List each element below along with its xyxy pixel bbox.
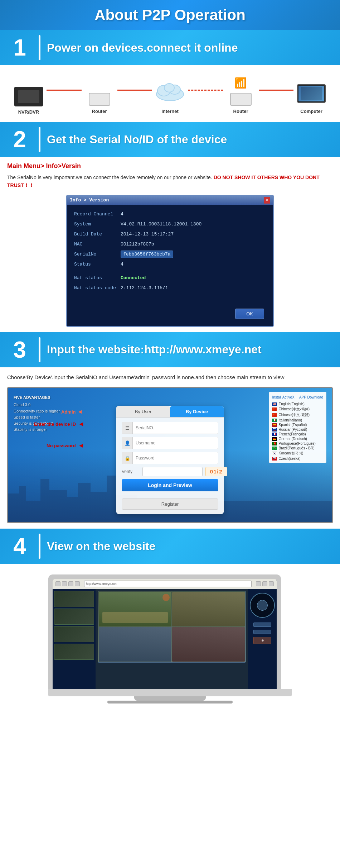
connector-2: [117, 90, 152, 91]
device-router2-label: Router: [233, 109, 248, 114]
ptz-slider-2[interactable]: [253, 630, 271, 634]
connector-4: [259, 90, 294, 91]
step-3-number: 3: [7, 338, 32, 361]
section-4: http://www.xmeye.net: [0, 564, 340, 711]
info-row-4: SerialNo febb3656f763bcb7a: [74, 251, 266, 258]
info-ok-button[interactable]: OK: [235, 309, 264, 319]
toolbar-btn-4[interactable]: [75, 581, 80, 586]
section-1: NVR/DVR 📶 Router Internet: [0, 65, 340, 122]
step-4-label: View on the website: [47, 540, 155, 553]
password-input[interactable]: [133, 454, 218, 462]
cam-view-3: [99, 627, 171, 662]
page-header: About P2P Operation: [0, 0, 340, 30]
info-value-0: 4: [121, 211, 123, 217]
step-1-banner: 1 Power on devices.connect it online: [0, 30, 340, 65]
step-4-banner: 4 View on the website: [0, 529, 340, 564]
info-key-5: Status: [74, 262, 121, 267]
step-divider: [39, 35, 40, 60]
info-row-8: Nat status code 2:112.124.3.115/1: [74, 284, 266, 292]
info-close-button[interactable]: ✕: [264, 197, 270, 204]
section2-description: The SerialNo is very important.we can co…: [7, 173, 333, 190]
tab-by-user[interactable]: By User: [116, 406, 170, 417]
toolbar-btn-2[interactable]: [62, 581, 67, 586]
username-input-row: 👤: [122, 437, 218, 449]
monitor-screen: [298, 86, 324, 101]
menu-path: Main Menu> Info>Versin: [7, 162, 333, 170]
info-titlebar: Info > Version ✕: [67, 196, 273, 205]
toolbar-btn-3[interactable]: [68, 581, 73, 586]
cam-thumb-2: [54, 609, 94, 625]
section-3: Choose'By Device'.input the SerialNO and…: [0, 367, 340, 529]
info-row-0: Record Channel 4: [74, 210, 266, 218]
info-key-1: System: [74, 221, 121, 227]
computer-shape: [296, 84, 327, 106]
step-1-label: Power on devices.connect it online: [47, 41, 238, 54]
ok-btn-container: OK: [74, 305, 266, 321]
password-icon: 🔒: [122, 452, 133, 464]
password-input-row: 🔒: [122, 452, 218, 464]
monitor: [297, 84, 326, 103]
info-row-5: Status 4: [74, 261, 266, 268]
info-key-3: MAC: [74, 242, 121, 247]
laptop-screen: http://www.xmeye.net: [53, 579, 277, 689]
verify-input[interactable]: [142, 467, 203, 476]
cam-view-4: [172, 627, 245, 662]
laptop-container: http://www.xmeye.net: [7, 571, 333, 707]
annotation-no-password: No password ◄: [47, 442, 84, 449]
laptop-foot: [107, 701, 233, 704]
section3-description: Choose'By Device'.input the SerialNO and…: [7, 373, 333, 382]
toolbar-btn-1[interactable]: [55, 581, 60, 586]
info-value-5: 4: [121, 262, 123, 267]
info-value-4: febb3656f763bcb7a: [121, 251, 173, 258]
info-key-0: Record Channel: [74, 211, 121, 217]
toolbar-btn-5[interactable]: [256, 581, 261, 586]
laptop-stand: [134, 696, 206, 701]
info-row-3: MAC 001212bf807b: [74, 240, 266, 248]
cloud-svg: [155, 81, 185, 102]
verify-row: Verify 01i2: [122, 467, 218, 476]
camera-view-grid: [98, 591, 246, 662]
device-internet-label: Internet: [161, 109, 179, 114]
laptop-left-sidebar: [53, 589, 96, 689]
info-key-7: Nat status: [74, 275, 121, 281]
info-value-2: 2014-12-13 15:17:27: [121, 232, 174, 237]
toolbar-url[interactable]: http://www.xmeye.net: [84, 581, 252, 587]
annotation-device-id: Enter the device ID ◄: [34, 420, 84, 428]
toolbar-btn-7[interactable]: [269, 581, 274, 586]
info-value-3: 001212bf807b: [121, 242, 154, 247]
website-screenshot: Install ActiveX | APP Download 🇺🇸 Englis…: [7, 387, 333, 523]
info-window-title: Info > Version: [70, 197, 109, 203]
laptop-main-view: [96, 589, 248, 689]
ptz-btn-1[interactable]: ⏺: [253, 637, 271, 644]
laptop-wrapper: http://www.xmeye.net: [48, 574, 292, 704]
laptop-toolbar: http://www.xmeye.net: [53, 579, 277, 589]
toolbar-btn-6[interactable]: [262, 581, 267, 586]
router-body-1: [89, 93, 110, 106]
username-input[interactable]: [133, 439, 218, 447]
serial-input[interactable]: [133, 424, 218, 432]
annotation-no-password-arrow: ◄: [78, 442, 84, 449]
info-value-1: V4.02.R11.00031118.12001.1300: [121, 221, 201, 227]
device-computer-label: Computer: [300, 109, 322, 114]
ptz-slider-1[interactable]: [253, 623, 271, 627]
ptz-control[interactable]: [250, 593, 275, 618]
step-2-divider: [39, 127, 40, 152]
section-2: Main Menu> Info>Versin The SerialNo is v…: [0, 157, 340, 332]
device-nvr-label: NVR/DVR: [18, 109, 39, 115]
device-router2: 📶 Router: [223, 77, 259, 114]
wifi-icon-2: 📶: [234, 77, 247, 89]
device-internet: Internet: [152, 77, 188, 114]
connector-3: [188, 90, 223, 91]
info-key-8: Nat status code: [74, 285, 121, 291]
verify-code: 01i2: [205, 467, 227, 476]
register-area: Register: [116, 499, 224, 514]
info-body: Record Channel 4 System V4.02.R11.000311…: [67, 205, 273, 326]
annotation-device-id-arrow: ◄: [78, 420, 84, 428]
login-button[interactable]: Login and Preview: [122, 479, 218, 491]
register-button[interactable]: Register: [122, 499, 218, 510]
laptop-outer: http://www.xmeye.net: [48, 574, 281, 689]
step-2-number: 2: [7, 128, 32, 151]
step-2-banner: 2 Get the Serial No/ID of the device: [0, 122, 340, 157]
tab-by-device[interactable]: By Device: [170, 406, 224, 417]
verify-label: Verify: [122, 469, 140, 474]
